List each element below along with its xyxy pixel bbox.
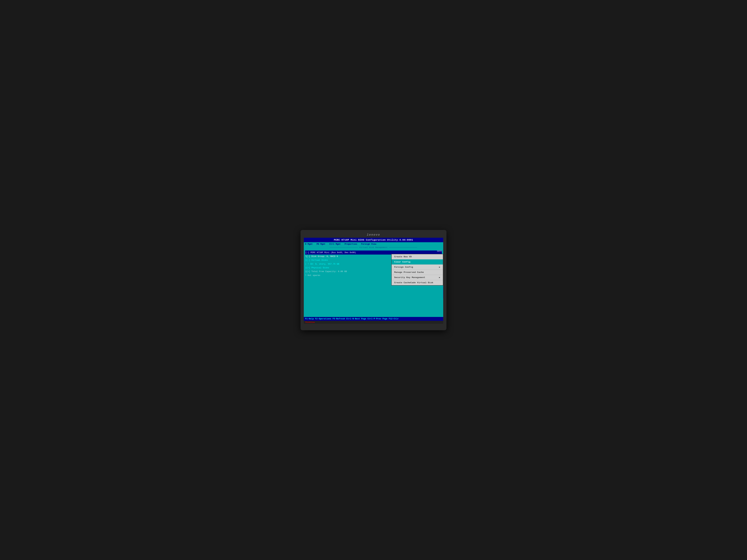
present-label: sent [436, 249, 443, 253]
menu-create-new-vd[interactable]: Create New VD [392, 254, 443, 260]
status-bar: F1-Help F2-Operations F5-Refresh Ctrl-N-… [304, 317, 443, 321]
menu-bar: 0 Mgmt PD Mgmt Ctrl Mgmt Properties Fore… [304, 242, 443, 246]
title-bar: PERC H710P Mini BIOS Configuration Utili… [304, 238, 443, 242]
screen: PERC H710P Mini BIOS Configuration Utili… [304, 238, 443, 324]
right-area: sent Create New VD Clear Config Foreign … [391, 249, 443, 298]
thinkview-bar: ThinkView [304, 321, 443, 324]
menu-item-1[interactable]: PD Mgmt [317, 243, 326, 245]
monitor-brand: lenovo [304, 233, 443, 236]
security-key-arrow: ▶ [439, 276, 440, 279]
menu-item-3[interactable]: Properties [345, 243, 357, 245]
menu-manage-preserved-cache[interactable]: Manage Preserved Cache [392, 270, 443, 275]
monitor: lenovo PERC H710P Mini BIOS Configuratio… [301, 230, 446, 330]
menu-create-cachecade[interactable]: Create CacheCade Virtual Disk [392, 280, 443, 285]
main-content: [-] PERC H710P Mini (Bus 0x03, Dev 0x00)… [304, 249, 443, 317]
menu-clear-config[interactable]: Clear Config [392, 260, 443, 265]
foreign-config-arrow: ▶ [439, 266, 440, 268]
menu-item-0[interactable]: 0 Mgmt [305, 243, 313, 245]
menu-item-2[interactable]: Ctrl Mgmt [329, 243, 341, 245]
section-title: ─────────────────────── Virtual Disk Man… [304, 246, 443, 249]
menu-foreign-config[interactable]: Foreign Config ▶ [392, 265, 443, 270]
menu-item-4[interactable]: Foreign View [361, 243, 377, 245]
menu-security-key-mgmt[interactable]: Security Key Management ▶ [392, 275, 443, 280]
context-menu: Create New VD Clear Config Foreign Confi… [391, 254, 443, 286]
